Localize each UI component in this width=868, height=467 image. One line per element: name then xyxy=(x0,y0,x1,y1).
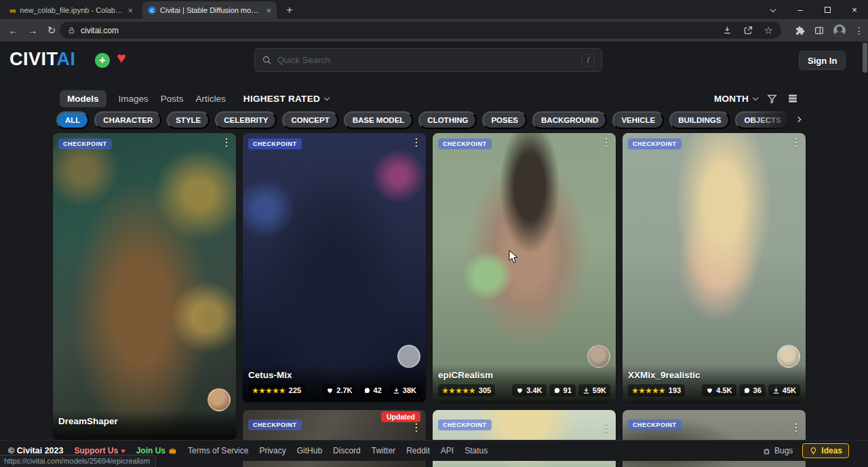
footer-link-status[interactable]: Status xyxy=(465,446,488,455)
downloads-pill[interactable]: 45K xyxy=(768,384,800,396)
card-menu-icon[interactable]: ⋮ xyxy=(410,136,423,149)
bug-icon xyxy=(762,447,771,455)
footer-link-api[interactable]: API xyxy=(441,446,454,455)
upload-plus-button[interactable]: + xyxy=(95,53,110,68)
ideas-button[interactable]: Ideas xyxy=(802,443,849,458)
category-chip-base-model[interactable]: BASE MODEL xyxy=(344,111,414,129)
maximize-button[interactable] xyxy=(814,0,841,19)
reload-icon[interactable]: ↻ xyxy=(42,24,61,37)
comment-icon xyxy=(363,387,371,394)
address-bar[interactable]: civitai.com ☆ xyxy=(60,22,781,39)
category-chip-style[interactable]: STYLE xyxy=(167,111,210,129)
comments-pill[interactable]: 42 xyxy=(359,384,386,396)
downloads-pill[interactable]: 38K xyxy=(389,384,420,396)
footer-link-twitter[interactable]: Twitter xyxy=(372,446,395,455)
star-rating-icons: ★★★★★ xyxy=(252,387,286,394)
model-card-dreamshaper[interactable]: CHECKPOINT ⋮ DreamShaper xyxy=(53,133,236,440)
downloads-pill[interactable]: 59K xyxy=(578,384,610,396)
lightbulb-icon xyxy=(809,447,818,455)
category-chip-concept[interactable]: CONCEPT xyxy=(282,111,338,129)
footer-link-join-us[interactable]: Join Us xyxy=(136,446,177,455)
model-card-epicrealism[interactable]: CHECKPOINT ⋮ epiCRealism ★★★★★305 3.4K 9… xyxy=(433,133,616,402)
card-menu-icon[interactable]: ⋮ xyxy=(220,136,233,149)
bookmark-star-icon[interactable]: ☆ xyxy=(764,24,773,37)
period-dropdown[interactable]: MONTH xyxy=(714,94,757,104)
category-chip-all[interactable]: ALL xyxy=(56,111,89,129)
filter-funnel-icon[interactable] xyxy=(766,93,778,105)
model-card-xxmix-9realistic[interactable]: CHECKPOINT ⋮ XXMix_9realistic ★★★★★193 4… xyxy=(623,133,806,402)
forward-icon[interactable]: → xyxy=(23,24,42,36)
category-chip-character[interactable]: CHARACTER xyxy=(94,111,161,129)
extensions-puzzle-icon[interactable] xyxy=(794,25,805,36)
browser-tabstrip: ∞ new_colab_file.ipynb - Colaborat × C C… xyxy=(0,0,868,19)
card-overlay: XXMix_9realistic ★★★★★193 4.5K 36 45K xyxy=(623,365,806,402)
support-heart-icon[interactable]: ♥ xyxy=(117,49,126,67)
card-menu-icon[interactable]: ⋮ xyxy=(789,136,803,149)
search-input[interactable] xyxy=(277,55,576,65)
sort-dropdown[interactable]: HIGHEST RATED xyxy=(243,94,329,104)
sign-in-button[interactable]: Sign In xyxy=(799,51,846,70)
download-icon xyxy=(583,387,590,394)
search-icon xyxy=(262,55,272,65)
mouse-cursor xyxy=(509,250,519,264)
rating-pill: ★★★★★305 xyxy=(438,384,495,396)
search-bar[interactable]: / xyxy=(254,48,602,72)
footer-link-terms[interactable]: Terms of Service xyxy=(188,446,248,455)
share-icon[interactable] xyxy=(743,25,753,35)
likes-pill[interactable]: 3.4K xyxy=(512,384,546,396)
browser-menu-icon[interactable]: ⋮ xyxy=(854,25,864,36)
tab-articles[interactable]: Articles xyxy=(196,94,226,104)
comments-pill[interactable]: 91 xyxy=(549,384,576,396)
support-label: Support Us xyxy=(74,446,118,455)
footer-link-discord[interactable]: Discord xyxy=(333,446,361,455)
footer-link-privacy[interactable]: Privacy xyxy=(259,446,285,455)
rating-count: 225 xyxy=(289,386,301,394)
profile-avatar[interactable] xyxy=(833,24,846,37)
tab-close-icon[interactable]: × xyxy=(266,6,271,15)
model-type-badge: CHECKPOINT xyxy=(58,138,112,149)
footer-link-support-us[interactable]: Support Us♥ xyxy=(74,446,125,455)
category-chip-buildings[interactable]: BUILDINGS xyxy=(669,111,730,129)
browser-tab-colab[interactable]: ∞ new_colab_file.ipynb - Colaborat × xyxy=(4,1,138,19)
card-menu-icon[interactable]: ⋮ xyxy=(599,421,613,434)
content-nav: Models Images Posts Articles HIGHEST RAT… xyxy=(60,90,329,107)
category-chip-poses[interactable]: POSES xyxy=(482,111,527,129)
likes-pill[interactable]: 4.5K xyxy=(702,384,736,396)
scrollbar-thumb[interactable] xyxy=(863,43,867,73)
footer-link-reddit[interactable]: Reddit xyxy=(406,446,430,455)
model-card-cetus-mix[interactable]: CHECKPOINT ⋮ Cetus-Mix ★★★★★225 2.7K 42 … xyxy=(243,133,426,402)
footer-link-github[interactable]: GitHub xyxy=(297,446,322,455)
close-window-button[interactable]: × xyxy=(841,0,868,19)
rating-count: 193 xyxy=(669,386,681,394)
tab-search-caret-icon[interactable] xyxy=(760,0,787,19)
downloads-count: 59K xyxy=(593,386,606,394)
bugs-button[interactable]: Bugs xyxy=(762,446,793,455)
tab-models[interactable]: Models xyxy=(60,90,106,107)
card-menu-icon[interactable]: ⋮ xyxy=(599,136,613,149)
likes-pill[interactable]: 2.7K xyxy=(322,384,356,396)
comment-icon xyxy=(553,387,561,394)
creator-avatar[interactable] xyxy=(208,388,231,411)
card-menu-icon[interactable]: ⋮ xyxy=(789,421,803,434)
category-chip-background[interactable]: BACKGROUND xyxy=(532,111,607,129)
display-toggle-icon[interactable] xyxy=(787,92,799,105)
card-menu-icon[interactable]: ⋮ xyxy=(410,421,423,434)
period-label: MONTH xyxy=(714,94,749,104)
category-chip-vehicle[interactable]: VEHICLE xyxy=(612,111,664,129)
tab-posts[interactable]: Posts xyxy=(161,94,184,104)
category-chip-celebrity[interactable]: CELEBRITY xyxy=(215,111,277,129)
civitai-logo[interactable]: CIVITAI xyxy=(9,49,76,70)
category-chip-clothing[interactable]: CLOTHING xyxy=(418,111,477,129)
browser-tab-civitai[interactable]: C Civitai | Stable Diffusion models, × xyxy=(142,1,277,19)
tab-images[interactable]: Images xyxy=(119,94,149,104)
comments-pill[interactable]: 36 xyxy=(739,384,766,396)
downloads-icon[interactable] xyxy=(722,25,732,35)
model-type-badge: CHECKPOINT xyxy=(438,138,492,149)
minimize-button[interactable]: – xyxy=(787,0,814,19)
lock-icon xyxy=(68,26,75,35)
heart-icon xyxy=(516,387,524,394)
back-icon[interactable]: ← xyxy=(4,24,23,36)
new-tab-button[interactable]: + xyxy=(281,1,298,19)
side-panel-icon[interactable] xyxy=(814,25,825,36)
tab-close-icon[interactable]: × xyxy=(127,6,133,15)
